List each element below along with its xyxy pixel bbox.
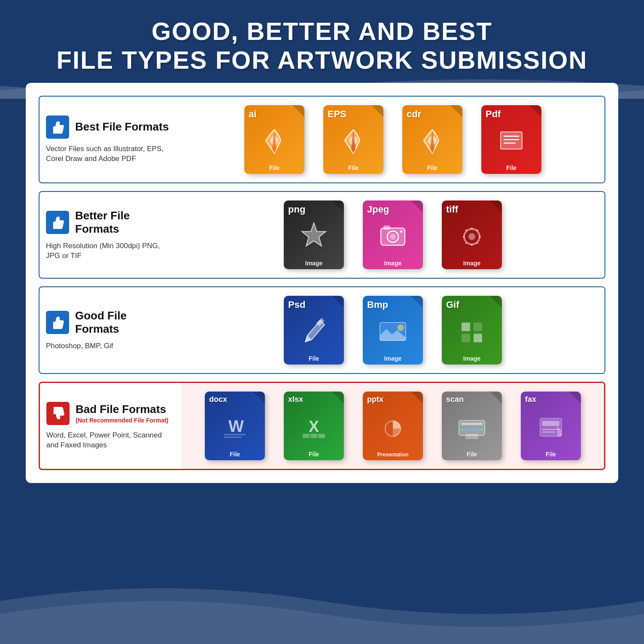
scan-scanner-svg [455, 410, 489, 444]
ai-file-card: ai File [244, 105, 304, 174]
ai-ext-label: ai [249, 109, 256, 120]
good-format-row: Good File Formats Photoshop, BMP, Gif Ps… [39, 286, 605, 374]
eps-bottom-label: File [323, 164, 383, 171]
tiff-file-card: tiff [442, 200, 502, 269]
svg-point-17 [398, 325, 404, 331]
psd-file-icon: Psd File [279, 296, 348, 365]
eps-pen-svg [336, 124, 371, 158]
tiff-file-icon: tiff [437, 200, 506, 269]
xlsx-excel-svg: X [297, 410, 331, 444]
bad-format-row: Bad File Formats (Not Recommended File F… [39, 382, 605, 470]
fax-file-card: fax File [521, 392, 581, 460]
ai-icon-graphic [257, 124, 292, 160]
svg-rect-28 [318, 434, 325, 438]
scan-bottom-label: File [442, 451, 502, 458]
png-file-card: png Image [284, 200, 344, 269]
docx-icon-graphic: W [218, 410, 252, 446]
png-icon-graphic [297, 219, 331, 255]
pptx-file-icon: pptx Presentation [358, 392, 427, 460]
bad-label-header: Bad File Formats (Not Recommended File F… [46, 402, 173, 425]
pptx-bottom-label: Presentation [363, 452, 423, 458]
xlsx-ext-label: xlsx [288, 395, 303, 404]
svg-rect-33 [465, 434, 478, 439]
scan-ext-label: scan [446, 395, 464, 404]
bmp-icon-graphic [376, 314, 410, 350]
eps-ext-label: EPS [328, 109, 346, 120]
tiff-gear-svg [455, 219, 489, 253]
bad-label-subtitle: (Not Recommended File Format) [76, 417, 168, 424]
bad-icons-area: docx W File xlsx [182, 383, 604, 469]
header-line2: FILE TYPES FOR ARTWORK SUBMISSION [57, 46, 588, 74]
psd-ext-label: Psd [288, 299, 305, 310]
best-label-header: Best File Formats [46, 115, 173, 139]
best-label-area: Best File Formats Vector Files such as I… [39, 107, 181, 173]
jpeg-camera-svg [376, 219, 410, 253]
good-icons-area: Psd File Bmp [181, 287, 605, 373]
best-icons-area: ai File EPS [181, 97, 605, 182]
xlsx-bottom-label: File [284, 451, 344, 458]
gif-grid-svg [455, 314, 489, 349]
jpeg-ext-label: Jpeg [367, 204, 389, 215]
cdr-ext-label: cdr [407, 109, 421, 120]
cdr-file-icon: cdr File [398, 105, 467, 174]
better-icons-area: png Image Jpeg [181, 192, 605, 278]
bmp-file-card: Bmp Image [363, 296, 423, 365]
tiff-icon-graphic [455, 219, 489, 255]
pdf-icon-graphic [494, 124, 529, 160]
cdr-bottom-label: File [402, 164, 462, 171]
scan-file-icon: scan File [437, 392, 506, 460]
good-thumb-icon [46, 311, 69, 334]
ai-bottom-label: File [244, 164, 304, 171]
eps-file-card: EPS File [323, 105, 383, 174]
header-title: GOOD, BETTER AND BEST FILE TYPES FOR ART… [26, 17, 618, 74]
content-area: Best File Formats Vector Files such as I… [26, 83, 618, 483]
pdf-ext-label: Pdf [486, 109, 501, 120]
xlsx-icon-graphic: X [297, 410, 331, 446]
best-label-title: Best File Formats [75, 120, 169, 134]
bad-thumb-icon [46, 402, 70, 425]
jpeg-icon-graphic [376, 219, 410, 255]
main-container: GOOD, BETTER AND BEST FILE TYPES FOR ART… [0, 0, 644, 644]
fax-icon-graphic [534, 410, 568, 446]
bmp-landscape-svg [376, 314, 410, 349]
thumbs-up-icon [50, 120, 65, 134]
eps-icon-graphic [336, 124, 371, 160]
fax-bottom-label: File [521, 451, 581, 458]
svg-text:X: X [309, 418, 319, 436]
svg-rect-19 [474, 323, 482, 331]
pdf-file-card: Pdf File [481, 105, 541, 174]
good-label-area: Good File Formats Photoshop, BMP, Gif [39, 301, 181, 360]
bad-label-title: Bad File Formats [76, 403, 168, 416]
xlsx-file-icon: xlsx X File [279, 392, 348, 460]
pptx-ppt-svg [376, 410, 410, 444]
png-file-icon: png Image [279, 200, 348, 269]
fax-file-icon: fax File [516, 392, 585, 460]
thumbs-down-icon [51, 406, 65, 421]
tiff-bottom-label: Image [442, 260, 502, 267]
bmp-ext-label: Bmp [367, 299, 388, 310]
svg-point-10 [390, 234, 396, 240]
eps-file-icon: EPS File [319, 105, 388, 174]
better-label-area: Better File Formats High Resolution (Min… [39, 200, 181, 270]
svg-rect-11 [383, 226, 390, 230]
bottom-wave-decoration [0, 567, 644, 644]
scan-icon-graphic [455, 410, 489, 446]
png-ext-label: png [288, 204, 305, 215]
header-line1: GOOD, BETTER AND BEST [152, 17, 492, 45]
bad-label-desc: Word, Excel, Power Point, Scanned and Fa… [46, 430, 173, 451]
gif-bottom-label: Image [442, 355, 502, 362]
psd-file-card: Psd File [284, 296, 344, 365]
svg-rect-31 [461, 423, 483, 425]
psd-icon-graphic [297, 314, 331, 350]
ai-pen-svg [257, 124, 292, 158]
svg-point-12 [400, 231, 403, 233]
gif-ext-label: Gif [446, 299, 459, 310]
docx-word-svg: W [218, 410, 252, 444]
bmp-file-icon: Bmp Image [358, 296, 427, 365]
better-thumb-icon [46, 211, 69, 234]
docx-file-card: docx W File [205, 392, 265, 460]
better-label-title: Better File Formats [75, 209, 173, 236]
best-label-desc: Vector Files such as Illustrator, EPS, C… [46, 144, 173, 164]
psd-brush-svg [297, 314, 331, 349]
cdr-pen-svg [415, 124, 450, 158]
